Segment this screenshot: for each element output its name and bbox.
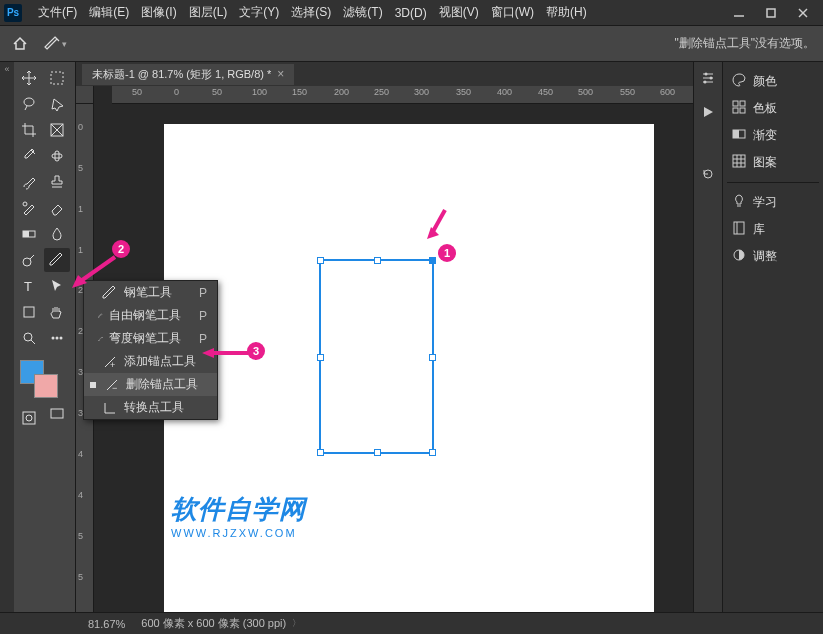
- selection-handle[interactable]: [317, 257, 324, 264]
- brush-tool[interactable]: [16, 170, 42, 194]
- edit-toolbar[interactable]: [44, 326, 70, 350]
- gradient-tool[interactable]: [16, 222, 42, 246]
- eyedropper-tool[interactable]: [16, 144, 42, 168]
- move-tool[interactable]: [16, 66, 42, 90]
- ruler-horizontal[interactable]: 50 0 50 100 150 200 250 300 350 400 450 …: [112, 86, 693, 104]
- current-tool-icon[interactable]: ▾: [44, 36, 67, 52]
- zoom-level[interactable]: 81.67%: [88, 618, 125, 630]
- svg-point-11: [23, 202, 27, 206]
- selection-handle[interactable]: [317, 354, 324, 361]
- quick-mask-tool[interactable]: [16, 406, 42, 430]
- expand-icon: «: [4, 62, 9, 74]
- svg-rect-35: [734, 222, 744, 234]
- svg-rect-4: [51, 72, 63, 84]
- menu-type[interactable]: 文字(Y): [233, 2, 285, 23]
- history-brush-tool[interactable]: [16, 196, 42, 220]
- ruler-origin[interactable]: [76, 86, 94, 104]
- home-button[interactable]: [8, 32, 32, 56]
- hand-tool[interactable]: [44, 300, 70, 324]
- quick-select-tool[interactable]: [44, 92, 70, 116]
- panel-color[interactable]: 颜色: [727, 68, 819, 95]
- selection-handle[interactable]: [374, 257, 381, 264]
- svg-point-5: [24, 98, 34, 106]
- flyout-free-pen[interactable]: 自由钢笔工具P: [84, 304, 217, 327]
- menu-3d[interactable]: 3D(D): [389, 4, 433, 22]
- lasso-tool[interactable]: [16, 92, 42, 116]
- svg-rect-33: [733, 130, 739, 138]
- flyout-delete-anchor[interactable]: −删除锚点工具: [84, 373, 217, 396]
- panel-libraries[interactable]: 库: [727, 216, 819, 243]
- close-tab-icon[interactable]: ×: [277, 67, 284, 81]
- document-tabstrip: 未标题-1 @ 81.7% (矩形 1, RGB/8) * ×: [76, 62, 693, 86]
- color-swatches[interactable]: [16, 360, 73, 400]
- shape-tool[interactable]: [16, 300, 42, 324]
- background-color[interactable]: [34, 374, 58, 398]
- maximize-button[interactable]: [755, 2, 787, 24]
- watermark: 软件自学网 WWW.RJZXW.COM: [171, 492, 306, 539]
- sliders-icon[interactable]: [700, 70, 716, 90]
- blur-tool[interactable]: [44, 222, 70, 246]
- chevron-right-icon[interactable]: 〉: [292, 617, 301, 630]
- selection-handle[interactable]: [429, 257, 436, 264]
- svg-point-20: [56, 337, 59, 340]
- document-tab-title: 未标题-1 @ 81.7% (矩形 1, RGB/8) *: [92, 67, 271, 82]
- screen-mode-tool[interactable]: [44, 402, 70, 426]
- zoom-tool[interactable]: [16, 326, 42, 350]
- panel-learn[interactable]: 学习: [727, 189, 819, 216]
- svg-point-37: [98, 340, 99, 341]
- lib-icon: [731, 220, 747, 239]
- panel-gradient[interactable]: 渐变: [727, 122, 819, 149]
- document-tab[interactable]: 未标题-1 @ 81.7% (矩形 1, RGB/8) * ×: [82, 64, 294, 85]
- svg-rect-9: [52, 154, 62, 158]
- menu-edit[interactable]: 编辑(E): [83, 2, 135, 23]
- left-collapse-strip[interactable]: «: [0, 62, 14, 612]
- app-logo: Ps: [4, 4, 22, 22]
- panel-adjustments[interactable]: 调整: [727, 243, 819, 270]
- pen-tool[interactable]: [44, 248, 70, 272]
- menu-image[interactable]: 图像(I): [135, 2, 182, 23]
- panel-pattern[interactable]: 图案: [727, 149, 819, 176]
- svg-point-17: [24, 333, 32, 341]
- menu-filter[interactable]: 滤镜(T): [337, 2, 388, 23]
- rectangle-shape[interactable]: [319, 259, 434, 454]
- menu-help[interactable]: 帮助(H): [540, 2, 593, 23]
- selection-handle[interactable]: [374, 449, 381, 456]
- menu-file[interactable]: 文件(F): [32, 2, 83, 23]
- menu-select[interactable]: 选择(S): [285, 2, 337, 23]
- gradient-icon: [731, 126, 747, 145]
- svg-rect-13: [23, 231, 29, 237]
- flyout-convert[interactable]: 转换点工具: [84, 396, 217, 419]
- crop-tool[interactable]: [16, 118, 42, 142]
- svg-line-18: [31, 340, 35, 344]
- panel-swatches[interactable]: 色板: [727, 95, 819, 122]
- path-select-tool[interactable]: [44, 274, 70, 298]
- selection-handle[interactable]: [429, 449, 436, 456]
- svg-point-27: [704, 81, 707, 84]
- selection-handle[interactable]: [429, 354, 436, 361]
- heal-tool[interactable]: [44, 144, 70, 168]
- close-button[interactable]: [787, 2, 819, 24]
- eraser-tool[interactable]: [44, 196, 70, 220]
- svg-rect-30: [733, 108, 738, 113]
- menu-window[interactable]: 窗口(W): [485, 2, 540, 23]
- marquee-tool[interactable]: [44, 66, 70, 90]
- svg-point-38: [102, 336, 103, 337]
- selection-handle[interactable]: [317, 449, 324, 456]
- minimize-button[interactable]: [723, 2, 755, 24]
- svg-rect-10: [55, 151, 59, 161]
- flyout-curve-pen[interactable]: 弯度钢笔工具P: [84, 327, 217, 350]
- frame-tool[interactable]: [44, 118, 70, 142]
- flyout-add-anchor[interactable]: +添加锚点工具: [84, 350, 217, 373]
- play-icon[interactable]: [700, 104, 716, 124]
- annotation-arrow-3: [200, 347, 250, 359]
- menu-layer[interactable]: 图层(L): [183, 2, 234, 23]
- svg-text:−: −: [112, 383, 117, 393]
- doc-info: 600 像素 x 600 像素 (300 ppi): [141, 616, 286, 631]
- refresh-icon[interactable]: [700, 166, 716, 186]
- canvas-page: 软件自学网 WWW.RJZXW.COM: [164, 124, 654, 612]
- dodge-tool[interactable]: [16, 248, 42, 272]
- type-tool[interactable]: T: [16, 274, 42, 298]
- toolbox: T: [14, 62, 76, 612]
- menu-view[interactable]: 视图(V): [433, 2, 485, 23]
- stamp-tool[interactable]: [44, 170, 70, 194]
